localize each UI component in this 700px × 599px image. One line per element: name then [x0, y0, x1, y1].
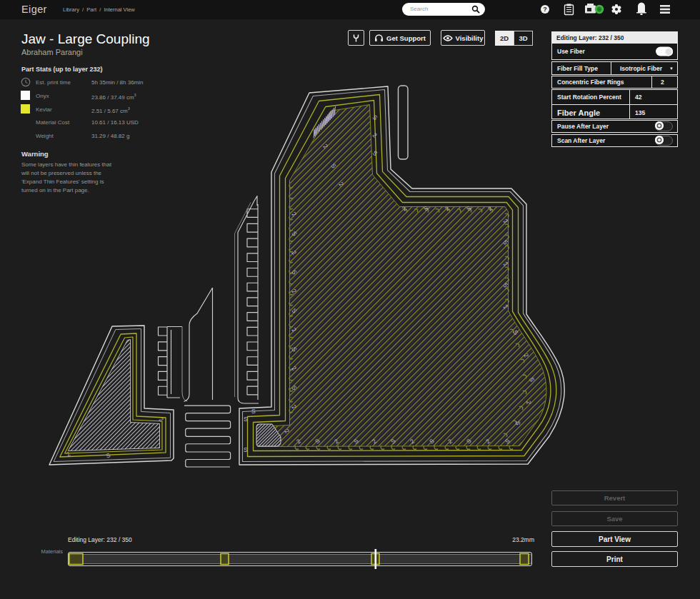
- svg-text:S: S: [371, 149, 379, 158]
- svg-text:S: S: [514, 421, 521, 426]
- svg-text:2: 2: [371, 131, 379, 139]
- svg-text:S: S: [251, 408, 256, 415]
- svg-text:S: S: [244, 416, 248, 423]
- svg-text:S: S: [244, 446, 248, 453]
- svg-text:S: S: [105, 451, 112, 460]
- svg-text:S: S: [371, 114, 379, 122]
